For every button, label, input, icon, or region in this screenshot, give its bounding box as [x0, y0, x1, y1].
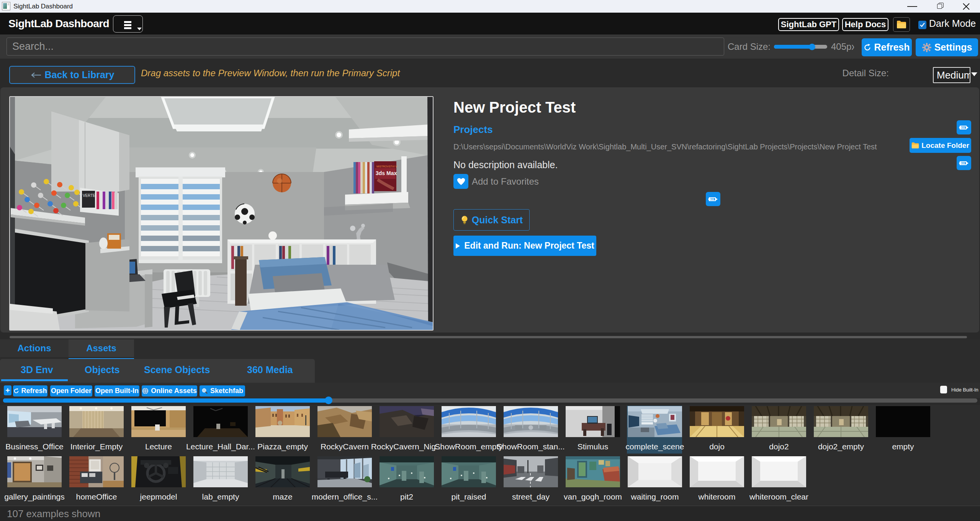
svg-text:3ds Max: 3ds Max	[376, 170, 397, 176]
svg-text:MISTROVSTVI V: MISTROVSTVI V	[376, 165, 397, 168]
svg-text:VERTEX: VERTEX	[83, 193, 98, 198]
